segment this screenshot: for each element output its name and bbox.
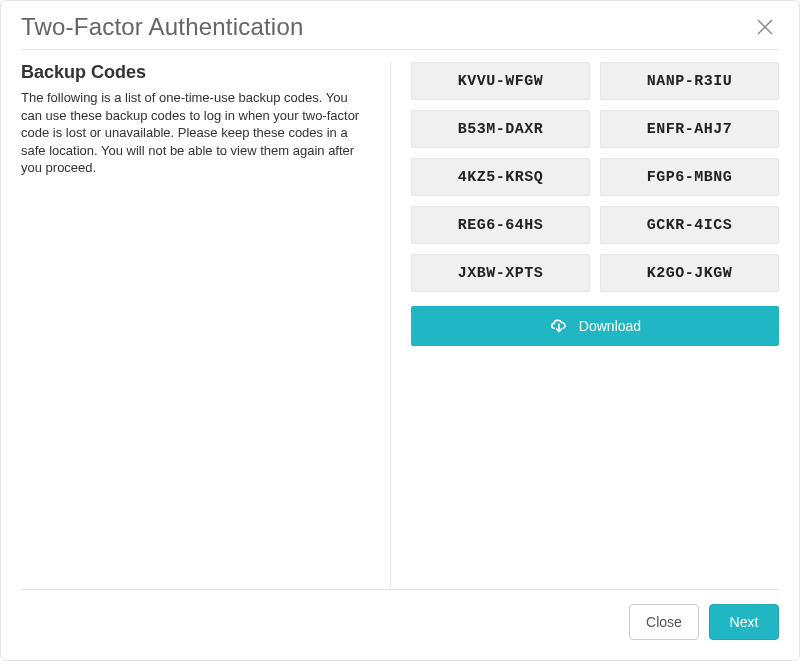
modal-body: Backup Codes The following is a list of … (21, 50, 779, 590)
codes-panel: KVVU-WFGW NANP-R3IU B53M-DAXR ENFR-AHJ7 … (391, 62, 779, 589)
download-button[interactable]: Download (411, 306, 779, 346)
modal-header: Two-Factor Authentication (21, 13, 779, 50)
backup-codes-description: The following is a list of one-time-use … (21, 89, 370, 177)
modal-title: Two-Factor Authentication (21, 13, 303, 41)
modal-footer: Close Next (21, 590, 779, 640)
backup-code: GCKR-4ICS (600, 206, 779, 244)
close-button[interactable]: Close (629, 604, 699, 640)
backup-code: B53M-DAXR (411, 110, 590, 148)
info-panel: Backup Codes The following is a list of … (21, 62, 391, 589)
download-button-label: Download (579, 318, 641, 334)
backup-code: NANP-R3IU (600, 62, 779, 100)
two-factor-auth-modal: Two-Factor Authentication Backup Codes T… (0, 0, 800, 661)
backup-code: 4KZ5-KRSQ (411, 158, 590, 196)
backup-code: K2GO-JKGW (600, 254, 779, 292)
close-icon[interactable] (751, 13, 779, 41)
backup-codes-grid: KVVU-WFGW NANP-R3IU B53M-DAXR ENFR-AHJ7 … (411, 62, 779, 292)
next-button[interactable]: Next (709, 604, 779, 640)
backup-codes-heading: Backup Codes (21, 62, 370, 83)
cloud-download-icon (549, 317, 569, 336)
backup-code: FGP6-MBNG (600, 158, 779, 196)
backup-code: ENFR-AHJ7 (600, 110, 779, 148)
backup-code: JXBW-XPTS (411, 254, 590, 292)
backup-code: REG6-64HS (411, 206, 590, 244)
backup-code: KVVU-WFGW (411, 62, 590, 100)
